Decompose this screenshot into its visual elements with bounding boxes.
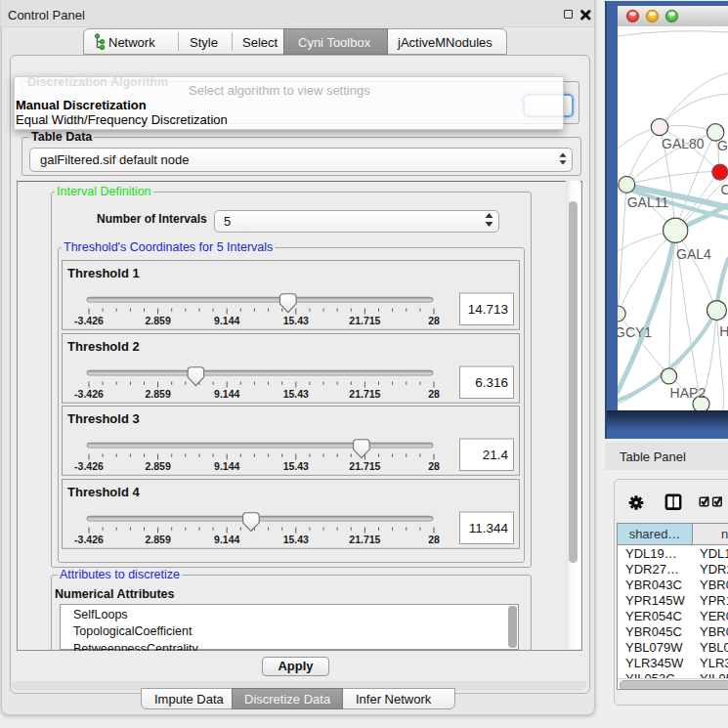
svg-text:11.344: 11.344	[469, 521, 509, 535]
svg-text:21.4: 21.4	[483, 448, 509, 462]
svg-text:Threshold 1: Threshold 1	[67, 266, 140, 280]
svg-text:15.43: 15.43	[283, 315, 309, 326]
svg-text:Threshold 2: Threshold 2	[67, 338, 140, 353]
svg-text:15.43: 15.43	[283, 460, 309, 472]
svg-text:21.715: 21.715	[349, 460, 380, 472]
svg-text:GAL80: GAL80	[662, 136, 705, 151]
svg-text:9.144: 9.144	[214, 460, 239, 472]
svg-text:C: C	[721, 182, 728, 197]
svg-text:21.715: 21.715	[349, 315, 380, 326]
svg-text:28: 28	[428, 315, 440, 326]
svg-text:-3.426: -3.426	[74, 388, 104, 400]
svg-text:GAL11: GAL11	[627, 194, 669, 210]
svg-text:9.144: 9.144	[214, 534, 239, 545]
svg-text:28: 28	[428, 534, 440, 545]
svg-text:6.316: 6.316	[475, 375, 508, 390]
svg-text:-3.426: -3.426	[74, 315, 104, 326]
svg-text:2.859: 2.859	[145, 388, 170, 400]
svg-text:15.43: 15.43	[283, 388, 309, 400]
svg-text:HAP2: HAP2	[670, 385, 707, 401]
svg-text:14.713: 14.713	[468, 302, 508, 317]
svg-text:GAL: GAL	[717, 138, 728, 153]
svg-text:15.43: 15.43	[283, 534, 309, 545]
svg-text:2.859: 2.859	[145, 460, 170, 472]
svg-text:2.859: 2.859	[145, 534, 170, 545]
svg-text:Threshold 4: Threshold 4	[67, 484, 140, 498]
svg-text:28: 28	[428, 460, 440, 472]
svg-text:21.715: 21.715	[349, 534, 380, 545]
svg-text:9.144: 9.144	[214, 315, 239, 326]
svg-text:-3.426: -3.426	[74, 534, 104, 545]
svg-text:GAL4: GAL4	[676, 246, 711, 262]
svg-text:28: 28	[428, 388, 440, 400]
svg-text:H: H	[719, 323, 728, 339]
svg-text:GCY1: GCY1	[618, 324, 652, 340]
svg-text:21.715: 21.715	[349, 388, 380, 400]
svg-text:2.859: 2.859	[145, 315, 170, 326]
svg-text:Threshold 3: Threshold 3	[67, 411, 140, 426]
svg-text:-3.426: -3.426	[74, 460, 104, 472]
svg-text:9.144: 9.144	[214, 388, 239, 400]
